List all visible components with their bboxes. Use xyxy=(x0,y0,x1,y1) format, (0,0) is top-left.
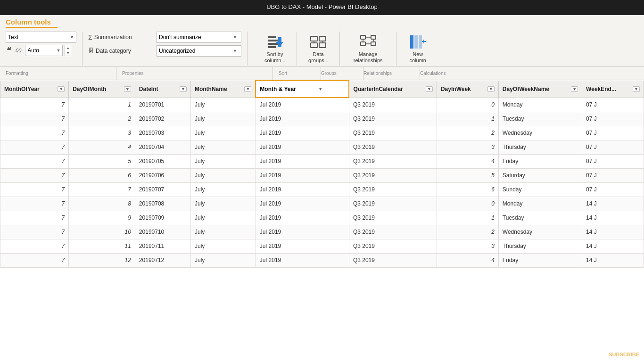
table-cell: 20190706 xyxy=(135,168,190,182)
filter-btn[interactable]: ▼ xyxy=(124,86,131,92)
col-header-inner: DateInt▼ xyxy=(139,86,187,92)
table-cell: 20190710 xyxy=(135,225,190,239)
col-name: DateInt xyxy=(139,86,158,92)
summarization-row: Σ Summarization Don't summarize ▼ xyxy=(88,32,241,43)
properties-section: Σ Summarization Don't summarize ▼ 🗄 Data… xyxy=(88,32,248,66)
svg-rect-3 xyxy=(268,46,276,48)
table-cell: 7 xyxy=(0,140,69,154)
table-cell: Q3 2019 xyxy=(349,98,437,112)
table-cell: 5 xyxy=(69,154,135,168)
table-cell: 3 xyxy=(437,239,498,253)
table-row: 71120190711JulyJul 2019Q3 20193Thursday1… xyxy=(0,239,644,253)
ribbon: Column tools Text ▼ ❝ .00 Auto ▼ xyxy=(0,15,644,67)
table-cell: Friday xyxy=(498,253,582,267)
svg-rect-24 xyxy=(423,40,424,43)
properties-controls: Σ Summarization Don't summarize ▼ 🗄 Data… xyxy=(88,32,241,59)
data-category-select[interactable]: Uncategorized ▼ xyxy=(157,45,241,57)
table-cell: 6 xyxy=(437,182,498,197)
table-cell: Wednesday xyxy=(498,126,582,140)
col-header-DateInt[interactable]: DateInt▼ xyxy=(135,81,190,98)
col-header-DayOfMonth[interactable]: DayOfMonth▼ xyxy=(69,81,135,98)
sort-by-column-button[interactable]: Sort bycolumn ↓ xyxy=(262,32,288,66)
table-cell: 20190708 xyxy=(135,197,190,211)
col-header-MonthOfYear[interactable]: MonthOfYear▼ xyxy=(0,81,69,98)
table-cell: 07 J xyxy=(582,126,644,140)
active-col-arrow[interactable]: ▼ xyxy=(318,87,322,91)
filter-btn[interactable]: ▼ xyxy=(244,86,251,92)
decimal-label: .00 xyxy=(14,48,21,53)
table-cell: Q3 2019 xyxy=(349,126,437,140)
format-auto-select[interactable]: Auto ▼ xyxy=(25,45,63,56)
sort-btn-label: Sort bycolumn ↓ xyxy=(264,51,285,64)
table-cell: 7 xyxy=(0,197,69,211)
relationships-icon xyxy=(360,33,377,50)
ribbon-section-title: Column tools xyxy=(6,18,638,26)
table-cell: July xyxy=(190,112,256,126)
table-cell: Thursday xyxy=(498,140,582,154)
filter-btn[interactable]: ▼ xyxy=(633,86,640,92)
filter-btn[interactable]: ▼ xyxy=(58,86,65,92)
col-header-WeekEnd...[interactable]: WeekEnd...▼ xyxy=(582,81,644,98)
table-row: 7920190709JulyJul 2019Q3 20191Tuesday14 … xyxy=(0,211,644,225)
table-cell: July xyxy=(190,140,256,154)
active-col-input[interactable] xyxy=(260,86,316,92)
table-cell: 1 xyxy=(69,98,135,112)
col-header-inner: QuarterInCalendar▼ xyxy=(353,86,433,92)
table-cell: July xyxy=(190,225,256,239)
table-row: 7820190708JulyJul 2019Q3 20190Monday14 J xyxy=(0,197,644,211)
col-name: DayOfMonth xyxy=(73,86,106,92)
data-type-arrow: ▼ xyxy=(70,35,74,40)
summarization-value: Don't summarize xyxy=(159,34,201,41)
new-column-button[interactable]: Newcolumn xyxy=(405,32,430,66)
summarization-select[interactable]: Don't summarize ▼ xyxy=(157,32,241,43)
col-header-inner: MonthOfYear▼ xyxy=(4,86,65,92)
new-column-icon xyxy=(409,33,426,50)
table-cell: 14 J xyxy=(582,211,644,225)
table-cell: 6 xyxy=(69,168,135,182)
table-cell: 2 xyxy=(437,126,498,140)
table-cell: 20190703 xyxy=(135,126,190,140)
table-cell: Q3 2019 xyxy=(349,239,437,253)
col-header-Month_&_Year[interactable]: ▼ xyxy=(256,81,349,98)
col-header-DayInWeek[interactable]: DayInWeek▼ xyxy=(437,81,498,98)
table-cell: July xyxy=(190,182,256,197)
table-cell: Tuesday xyxy=(498,112,582,126)
manage-relationships-button[interactable]: Managerelationships xyxy=(351,32,386,66)
filter-btn[interactable]: ▼ xyxy=(571,86,578,92)
table-cell: 20190712 xyxy=(135,253,190,267)
filter-btn[interactable]: ▼ xyxy=(180,86,187,92)
table-cell: 7 xyxy=(0,211,69,225)
table-row: 7120190701JulyJul 2019Q3 20190Monday07 J xyxy=(0,98,644,112)
col-name: MonthOfYear xyxy=(4,86,40,92)
data-type-value: Text xyxy=(8,34,18,41)
table-cell: 3 xyxy=(437,140,498,154)
table-cell: 4 xyxy=(69,140,135,154)
svg-rect-21 xyxy=(414,35,418,49)
table-cell: Saturday xyxy=(498,168,582,182)
table-cell: 20190711 xyxy=(135,239,190,253)
col-name: DayOfWeekName xyxy=(503,86,549,92)
filter-btn[interactable]: ▼ xyxy=(426,86,433,92)
data-category-label: Data category xyxy=(96,48,131,54)
formatting-controls: Text ▼ ❝ .00 Auto ▼ ▲ ▼ xyxy=(6,32,76,56)
filter-btn[interactable]: ▼ xyxy=(487,86,495,92)
table-cell: 7 xyxy=(0,182,69,197)
col-header-MonthName[interactable]: MonthName▼ xyxy=(190,81,256,98)
table-cell: 07 J xyxy=(582,154,644,168)
col-header-DayOfWeekName[interactable]: DayOfWeekName▼ xyxy=(498,81,582,98)
col-header-QuarterInCalendar[interactable]: QuarterInCalendar▼ xyxy=(349,81,437,98)
table-cell: Jul 2019 xyxy=(256,211,349,225)
table-cell: 7 xyxy=(0,225,69,239)
table-cell: 7 xyxy=(0,154,69,168)
col-name: MonthName xyxy=(195,86,227,92)
table-header-row: MonthOfYear▼DayOfMonth▼DateInt▼MonthName… xyxy=(0,81,644,98)
spin-down[interactable]: ▼ xyxy=(65,50,71,56)
label-formatting: Formatting xyxy=(6,67,116,80)
data-groups-button[interactable]: Datagroups ↓ xyxy=(305,32,331,66)
data-category-value: Uncategorized xyxy=(159,48,195,54)
table-cell: Tuesday xyxy=(498,211,582,225)
formatting-section: Text ▼ ❝ .00 Auto ▼ ▲ ▼ xyxy=(6,32,83,66)
svg-rect-1 xyxy=(268,40,279,41)
spin-up[interactable]: ▲ xyxy=(65,45,71,50)
data-type-select[interactable]: Text ▼ xyxy=(6,32,76,43)
